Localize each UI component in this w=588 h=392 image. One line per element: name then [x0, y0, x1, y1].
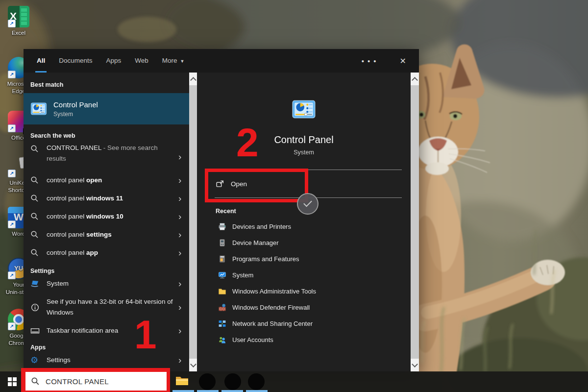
device-manager-icon: [218, 239, 226, 247]
chevron-right-icon: ›: [178, 151, 187, 162]
scroll-up-button[interactable]: [411, 73, 419, 85]
system-laptop-icon: [30, 279, 40, 289]
scroll-down-button[interactable]: [189, 359, 197, 371]
recent-item-network-sharing[interactable]: Network and Sharing Center: [197, 316, 411, 332]
chevron-right-icon: ›: [178, 325, 187, 336]
search-results-column: Best match Cont: [24, 73, 189, 371]
preview-app-title: Control Panel: [197, 134, 411, 146]
info-icon: [30, 303, 40, 312]
more-options-icon[interactable]: • • •: [362, 57, 377, 65]
annotation-step-2: 2: [236, 122, 259, 163]
annotation-box-open: [205, 169, 308, 202]
best-match-result-control-panel[interactable]: Control Panel System: [24, 93, 189, 124]
apps-header: Apps: [30, 344, 189, 351]
search-icon: [30, 230, 39, 239]
tab-documents[interactable]: Documents: [59, 49, 92, 73]
settings-result-system[interactable]: System ›: [30, 274, 189, 293]
start-button[interactable]: [1, 371, 24, 392]
desktop-icon-excel[interactable]: ↗ Excel: [0, 6, 37, 37]
shortcut-arrow-icon: ↗: [8, 71, 16, 78]
system-monitor-icon: [218, 271, 226, 279]
web-suggestion[interactable]: control panel windows 10 ›: [30, 207, 189, 225]
network-sharing-icon: [218, 319, 226, 328]
web-suggestion[interactable]: control panel settings ›: [30, 225, 189, 244]
apps-result-settings[interactable]: ⚙ Settings ›: [30, 351, 189, 369]
taskbar-search-box[interactable]: CONTROL PANEL: [25, 372, 167, 391]
shortcut-arrow-icon: ↗: [8, 170, 16, 177]
tab-apps[interactable]: Apps: [106, 49, 122, 73]
shortcut-arrow-icon: ↗: [8, 220, 16, 228]
programs-features-icon: [218, 255, 226, 263]
shortcut-arrow-icon: ↗: [8, 20, 16, 27]
recent-item-device-manager[interactable]: Device Manager: [197, 235, 411, 251]
chevron-right-icon: ›: [178, 247, 187, 258]
preview-app-subtitle: System: [197, 149, 411, 156]
click-checkmark-badge: [297, 193, 318, 215]
scroll-up-button[interactable]: [189, 73, 197, 85]
recent-item-user-accounts[interactable]: User Accounts: [197, 332, 411, 348]
search-icon: [30, 176, 39, 184]
web-suggestion[interactable]: control panel app ›: [30, 244, 189, 262]
chevron-down-icon: ▼: [180, 59, 185, 64]
search-icon: [31, 377, 40, 386]
best-match-subtitle: System: [53, 111, 98, 118]
chevron-right-icon: ›: [178, 175, 187, 186]
control-panel-icon-large: [292, 97, 316, 122]
taskbar-area-icon: [30, 326, 40, 336]
running-indicator: [221, 390, 243, 392]
recent-item-admin-tools[interactable]: Windows Administrative Tools: [197, 283, 411, 299]
admin-tools-folder-icon: [218, 287, 226, 295]
tab-all[interactable]: All: [37, 49, 45, 73]
taskbar-app-icon[interactable]: [199, 373, 216, 390]
search-icon: [30, 212, 39, 220]
recent-item-devices-printers[interactable]: Devices and Printers: [197, 219, 411, 235]
search-icon: [30, 145, 39, 153]
chevron-right-icon: ›: [178, 355, 187, 366]
settings-header: Settings: [30, 268, 189, 274]
scroll-down-button[interactable]: [411, 359, 419, 371]
web-suggestion-see-more[interactable]: CONTROL PANEL - See more search results …: [30, 139, 189, 171]
settings-result-taskbar-notification-area[interactable]: Taskbar notification area ›: [30, 321, 189, 340]
recent-item-programs-features[interactable]: Programs and Features: [197, 251, 411, 267]
recent-item-defender-firewall[interactable]: Windows Defender Firewall: [197, 299, 411, 316]
result-preview-column: Control Panel System Open Recent: [197, 73, 411, 371]
file-explorer-icon[interactable]: [175, 375, 189, 387]
web-suggestion[interactable]: control panel open ›: [30, 171, 189, 189]
search-icon: [30, 194, 39, 202]
left-scrollbar[interactable]: [189, 73, 197, 371]
running-indicator: [172, 390, 194, 392]
windows-desktop: ↗ Excel ↗ MicrosoftEdge ↗M3 Office un↗ U…: [0, 0, 588, 392]
chevron-right-icon: ›: [178, 302, 187, 313]
shortcut-arrow-icon: ↗: [8, 271, 16, 279]
best-match-header: Best match: [30, 81, 189, 88]
shortcut-arrow-icon: ↗: [8, 322, 16, 330]
chevron-right-icon: ›: [178, 193, 187, 204]
right-scrollbar[interactable]: [411, 73, 419, 371]
taskbar-app-icon[interactable]: [248, 373, 265, 390]
desktop-icon-label: Excel: [0, 29, 37, 37]
search-the-web-header: Search the web: [30, 132, 189, 139]
gear-icon: ⚙: [30, 356, 40, 365]
taskbar-app-icon[interactable]: [224, 373, 241, 390]
recent-item-system[interactable]: System: [197, 267, 411, 283]
tab-more[interactable]: More▼: [162, 49, 185, 73]
chevron-right-icon: ›: [178, 211, 187, 222]
annotation-step-1: 1: [134, 315, 157, 355]
windows-logo-icon: [8, 377, 17, 386]
windows-search-panel: All Documents Apps Web More▼ • • • ✕ Bes…: [24, 49, 419, 371]
tab-web[interactable]: Web: [135, 49, 148, 73]
search-icon: [30, 248, 39, 257]
settings-result-32-64-bit[interactable]: See if you have a 32-bit or 64-bit versi…: [30, 293, 189, 321]
control-panel-icon: [30, 100, 47, 117]
web-suggestion[interactable]: control panel windows 11 ›: [30, 189, 189, 207]
running-indicator: [197, 390, 219, 392]
running-indicator: [246, 390, 268, 392]
user-accounts-icon: [218, 336, 226, 344]
devices-printers-icon: [218, 222, 226, 231]
shortcut-arrow-icon: ↗: [8, 124, 16, 132]
annotation-box-taskbar-search: CONTROL PANEL: [21, 368, 170, 392]
search-filter-tabs: All Documents Apps Web More▼ • • • ✕: [24, 49, 419, 73]
firewall-icon: [218, 303, 226, 312]
close-icon[interactable]: ✕: [400, 56, 406, 66]
taskbar-search-value: CONTROL PANEL: [46, 377, 109, 386]
